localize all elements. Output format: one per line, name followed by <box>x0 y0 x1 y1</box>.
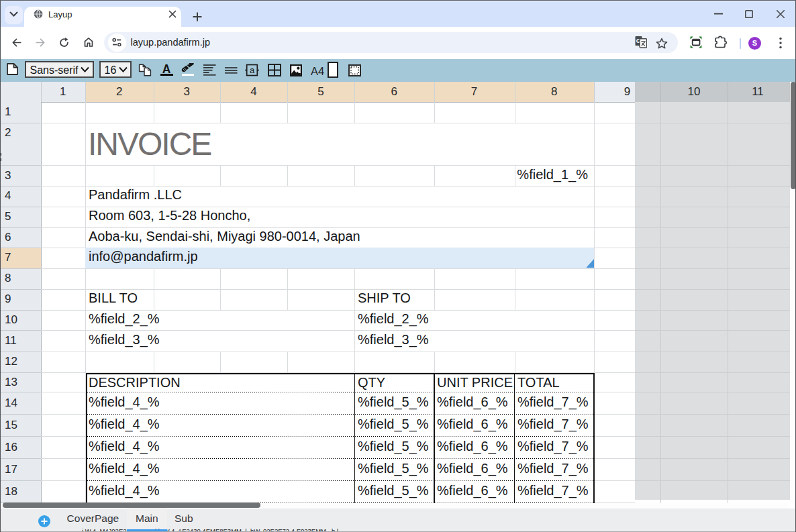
svg-text:a: a <box>250 65 255 75</box>
